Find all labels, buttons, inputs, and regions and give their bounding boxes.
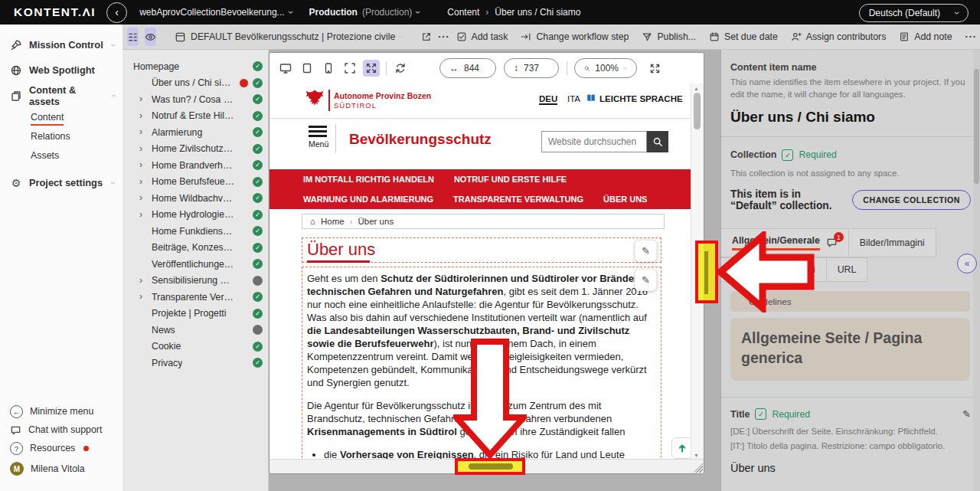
- edit-title-button[interactable]: ✎: [635, 240, 657, 262]
- tree-item[interactable]: ›Home Brandverhütung | Prev...: [122, 157, 268, 174]
- easy-language-link[interactable]: LEICHTE SPRACHE: [599, 94, 683, 103]
- content-item-name-value[interactable]: Über uns / Chi siamo: [730, 109, 971, 126]
- scroll-up-icon[interactable]: ▲: [694, 86, 699, 91]
- tree-item[interactable]: ›Home Zivilschutz| Protezione ...: [122, 141, 268, 158]
- rotate-device-button[interactable]: [392, 60, 409, 77]
- tree-item[interactable]: Cookie: [122, 339, 268, 355]
- resize-grip[interactable]: [693, 463, 703, 473]
- tree-item[interactable]: Beiträge, Konzessionen und ...: [122, 240, 268, 257]
- tree-item[interactable]: ›Sensibilisierung Bürger: [122, 273, 268, 290]
- sidebar-item-web-spotlight[interactable]: Web Spotlight: [0, 57, 122, 83]
- device-phone-button[interactable]: [320, 60, 337, 77]
- tree-item[interactable]: ›Home Wildbachverbauung | B...: [122, 190, 268, 207]
- project-switcher[interactable]: webAprovCollectionBevoelkerung... ›: [139, 7, 292, 18]
- tree-item[interactable]: Homepage: [122, 58, 268, 75]
- nav-link[interactable]: WARNUNG UND ALARMIERUNG: [303, 195, 433, 204]
- assign-contributors-button[interactable]: Assign contributors: [791, 31, 887, 42]
- back-button[interactable]: ‹: [106, 2, 127, 23]
- nav-link[interactable]: NOTRUF UND ERSTE HILFE: [454, 175, 567, 184]
- site-title[interactable]: Bevölkerungsschutz: [349, 131, 492, 148]
- minimize-menu-button[interactable]: ← Minimize menu: [0, 402, 122, 421]
- tree-item[interactable]: ›Notruf & Erste Hilfe|Emergenz...: [122, 108, 268, 125]
- sidebar-item-relations[interactable]: Relations: [0, 127, 122, 146]
- edit-body-button[interactable]: ✎: [635, 269, 657, 291]
- expand-chevron-icon[interactable]: ›: [139, 291, 142, 302]
- expand-chevron-icon[interactable]: ›: [139, 209, 142, 220]
- expand-chevron-icon[interactable]: ›: [139, 110, 142, 121]
- expand-chevron-icon[interactable]: ›: [139, 192, 142, 203]
- environment-switcher[interactable]: Production (Production) ›: [309, 7, 420, 18]
- set-due-date-button[interactable]: Set due date: [709, 31, 778, 42]
- title-field-value[interactable]: Über uns: [730, 462, 971, 474]
- zoom-value: 100%: [595, 63, 619, 74]
- language-link-it[interactable]: ITA: [567, 94, 580, 103]
- panel-scrollbar-thumb[interactable]: [974, 69, 979, 184]
- expand-chevron-icon[interactable]: ›: [139, 275, 142, 286]
- more-actions-button[interactable]: ··· More actions: [965, 31, 980, 42]
- sidebar-item-content-assets[interactable]: Content & assets ›: [0, 83, 122, 108]
- collapse-panel-button[interactable]: «: [957, 254, 977, 273]
- device-fit-screen-button[interactable]: [363, 60, 380, 77]
- publish-button[interactable]: Publish...: [642, 31, 696, 42]
- viewport-width-input[interactable]: ↔ 844: [439, 58, 496, 78]
- comments-indicator[interactable]: 1: [826, 237, 838, 248]
- user-menu[interactable]: M Milena Vitola: [0, 457, 122, 480]
- site-breadcrumb-home[interactable]: Home: [321, 217, 345, 226]
- nav-link[interactable]: IM NOTFALL RICHTIG HANDELN: [303, 175, 434, 184]
- item-selector-dropdown[interactable]: DEFAULT Bevölkerungsschutz | Protezione …: [175, 31, 403, 43]
- tree-item[interactable]: ›Alarmierung: [122, 124, 268, 141]
- change-collection-button[interactable]: CHANGE COLLECTION: [852, 190, 971, 210]
- viewport-height-input[interactable]: ↕ 737: [504, 58, 559, 78]
- tree-item[interactable]: ›Transparente Verwaltung | A...: [122, 289, 268, 306]
- field-edit-pen-icon[interactable]: ✎: [962, 408, 971, 420]
- tree-item[interactable]: ›Was tun? / Cosa fare?: [122, 91, 268, 108]
- add-task-button[interactable]: Add task: [456, 31, 508, 42]
- device-tablet-button[interactable]: [299, 60, 315, 77]
- menu-button[interactable]: Menü: [309, 126, 328, 149]
- sidebar-item-mission-control[interactable]: Mission Control ›: [0, 32, 122, 57]
- tree-item-selected[interactable]: Über uns / Chi siamo: [122, 75, 268, 92]
- site-search-input[interactable]: Website durchsuchen: [541, 131, 647, 152]
- tab-url[interactable]: URL: [827, 257, 868, 282]
- open-preview-link[interactable]: [421, 31, 432, 42]
- scroll-down-icon[interactable]: ▼: [694, 453, 699, 458]
- tree-item[interactable]: Privacy: [122, 355, 268, 372]
- zoom-selector[interactable]: 100% ›: [574, 58, 637, 78]
- add-note-button[interactable]: Add note: [899, 31, 952, 42]
- device-desktop-button[interactable]: [277, 60, 294, 77]
- site-search-button[interactable]: [647, 131, 668, 152]
- content-tree-toggle[interactable]: [127, 28, 139, 46]
- change-workflow-step-button[interactable]: Change workflow step: [521, 31, 629, 42]
- editable-title-region[interactable]: Über uns: [302, 237, 662, 263]
- fullscreen-button[interactable]: [646, 60, 663, 77]
- device-responsive-button[interactable]: [341, 60, 358, 77]
- more-options-button[interactable]: ···: [438, 31, 449, 42]
- nav-link[interactable]: TRANSPARENTE VERWALTUNG: [453, 195, 583, 204]
- tree-item[interactable]: Veröffentlichungen | Pubblica...: [122, 256, 268, 273]
- language-selector[interactable]: Deutsch (Default) ›: [859, 4, 969, 22]
- chat-with-support-button[interactable]: Chat with support: [0, 421, 122, 439]
- expand-chevron-icon[interactable]: ›: [139, 159, 142, 170]
- tree-item[interactable]: Projekte | Progetti: [122, 306, 268, 322]
- language-link-de[interactable]: DEU: [539, 94, 557, 105]
- sidebar-item-project-settings[interactable]: ⚙ Project settings ›: [0, 170, 122, 195]
- expand-chevron-icon[interactable]: ›: [139, 176, 142, 187]
- tree-item[interactable]: ›Home Berufsfeuerwehr | Cor...: [122, 174, 268, 191]
- resources-button[interactable]: ? Resources: [0, 439, 122, 457]
- nav-link[interactable]: ÜBER UNS: [603, 195, 647, 204]
- expand-chevron-icon[interactable]: ›: [139, 126, 142, 137]
- scroll-to-top-button[interactable]: [671, 437, 692, 459]
- breadcrumb-section[interactable]: Content: [447, 7, 479, 18]
- expand-chevron-icon[interactable]: ›: [139, 143, 142, 154]
- vertical-scrollbar-thumb[interactable]: [694, 93, 701, 129]
- preview-toggle[interactable]: [145, 28, 156, 46]
- tab-bilder-immagini[interactable]: Bilder/Immagini: [849, 228, 936, 257]
- sidebar-item-label: Project settings: [29, 177, 105, 188]
- expand-chevron-icon[interactable]: ›: [139, 93, 142, 104]
- tree-item[interactable]: Home Funkdienst | Servizio ra...: [122, 223, 268, 240]
- chevron-down-icon: ›: [621, 67, 630, 70]
- sidebar-item-assets[interactable]: Assets: [0, 146, 122, 165]
- tree-item[interactable]: ›Home Hydrologie und Stauanl...: [122, 207, 268, 224]
- sidebar-item-content[interactable]: Content: [0, 108, 122, 127]
- tree-item[interactable]: News: [122, 322, 268, 339]
